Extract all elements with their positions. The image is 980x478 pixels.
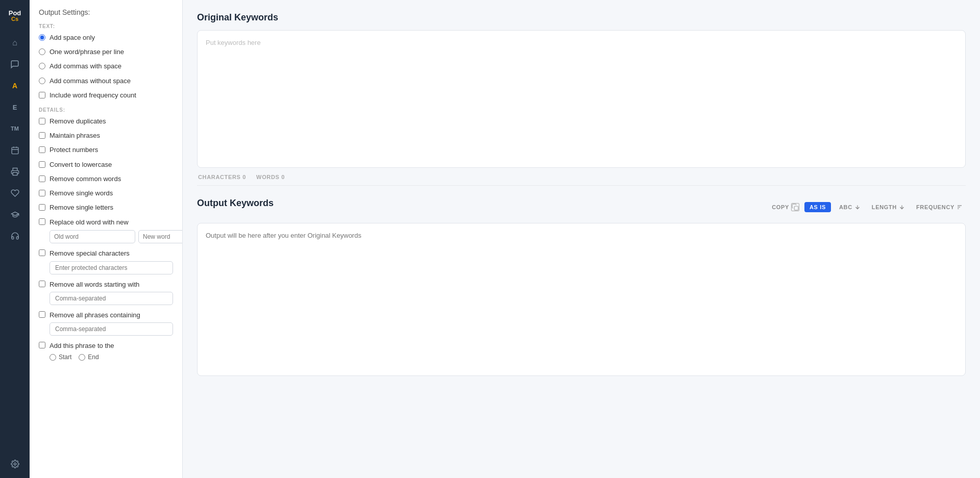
heart-icon[interactable]	[6, 184, 24, 202]
remove-containing-checkbox[interactable]	[39, 311, 45, 318]
original-keywords-section: Original Keywords CHARACTERS 0 WORDS 0	[197, 12, 966, 184]
remove-dup-option[interactable]: Remove duplicates	[39, 117, 173, 126]
tm-icon[interactable]: TM	[6, 119, 24, 138]
add-phrase-label: Add this phrase to the	[50, 342, 114, 349]
add-space-option[interactable]: Add space only	[39, 33, 173, 42]
length-button[interactable]: LENGTH	[869, 202, 908, 212]
remove-starting-label: Remove all words starting with	[50, 281, 139, 288]
remove-containing-label: Remove all phrases containing	[50, 311, 140, 319]
one-word-label: One word/phrase per line	[50, 47, 124, 57]
one-word-radio[interactable]	[39, 48, 45, 55]
home-icon[interactable]: ⌂	[6, 34, 24, 52]
add-phrase-checkbox[interactable]	[39, 342, 45, 348]
sidebar: Pod Cs ⌂ A E TM	[0, 0, 30, 478]
protect-numbers-label: Protect numbers	[50, 145, 98, 155]
output-header: Output Keywords COPY AS IS ABC	[197, 198, 966, 216]
frequency-option[interactable]: Include word frequency count	[39, 91, 173, 100]
add-space-radio[interactable]	[39, 34, 45, 41]
commas-space-option[interactable]: Add commas with space	[39, 62, 173, 71]
output-tools: COPY AS IS ABC LENGTH	[772, 202, 966, 212]
end-option[interactable]: End	[79, 354, 99, 361]
remove-starting-option: Remove all words starting with	[39, 280, 173, 305]
app-logo: Pod Cs	[4, 5, 26, 27]
replace-word-label: Replace old word with new	[50, 218, 129, 226]
end-radio[interactable]	[79, 354, 85, 361]
start-radio[interactable]	[50, 354, 56, 361]
calendar-icon[interactable]	[6, 141, 24, 159]
svg-rect-6	[794, 206, 798, 210]
remove-common-checkbox[interactable]	[39, 175, 45, 182]
protect-numbers-checkbox[interactable]	[39, 146, 45, 153]
chat-icon[interactable]	[6, 55, 24, 73]
remove-single-letters-checkbox[interactable]	[39, 204, 45, 211]
protect-numbers-option[interactable]: Protect numbers	[39, 145, 173, 155]
remove-starting-checkbox[interactable]	[39, 281, 45, 287]
copy-icon	[791, 203, 799, 211]
remove-single-words-option[interactable]: Remove single words	[39, 189, 173, 198]
remove-common-label: Remove common words	[50, 174, 121, 184]
lowercase-checkbox[interactable]	[39, 161, 45, 168]
output-keywords-section: Output Keywords COPY AS IS ABC	[197, 198, 966, 378]
frequency-checkbox[interactable]	[39, 92, 45, 98]
amazon-icon[interactable]: A	[6, 77, 24, 95]
remove-containing-input[interactable]	[50, 322, 173, 336]
end-label: End	[88, 354, 99, 361]
replace-inputs	[50, 230, 183, 243]
old-word-input[interactable]	[50, 230, 135, 243]
output-keywords-display[interactable]	[197, 223, 966, 376]
as-is-button[interactable]: AS IS	[804, 202, 831, 212]
graduate-icon[interactable]	[6, 205, 24, 223]
one-word-option[interactable]: One word/phrase per line	[39, 47, 173, 57]
copy-button[interactable]: COPY	[772, 203, 799, 211]
original-keywords-input[interactable]	[197, 30, 966, 168]
left-panel: Output Settings: TEXT: Add space only On…	[30, 0, 183, 478]
remove-dup-checkbox[interactable]	[39, 118, 45, 124]
remove-single-letters-option[interactable]: Remove single letters	[39, 203, 173, 212]
words-value: 0	[281, 174, 285, 180]
new-word-input[interactable]	[138, 230, 183, 243]
start-option[interactable]: Start	[50, 354, 71, 361]
settings-icon[interactable]	[6, 455, 24, 473]
abc-button[interactable]: ABC	[836, 202, 864, 212]
frequency-sort-button[interactable]: FREQUENCY	[913, 202, 966, 212]
start-end-row: Start End	[50, 354, 173, 361]
lowercase-label: Convert to lowercase	[50, 160, 112, 169]
protected-chars-input[interactable]	[50, 261, 173, 274]
text-section-label: TEXT:	[39, 23, 173, 29]
copy-label: COPY	[772, 204, 789, 210]
add-space-label: Add space only	[50, 33, 95, 42]
remove-common-option[interactable]: Remove common words	[39, 174, 173, 184]
original-keywords-heading: Original Keywords	[197, 12, 966, 23]
commas-no-space-radio[interactable]	[39, 78, 45, 84]
lowercase-option[interactable]: Convert to lowercase	[39, 160, 173, 169]
maintain-phrases-checkbox[interactable]	[39, 132, 45, 139]
commas-no-space-option[interactable]: Add commas without space	[39, 77, 173, 86]
remove-special-checkbox[interactable]	[39, 249, 45, 256]
maintain-phrases-option[interactable]: Maintain phrases	[39, 131, 173, 140]
remove-single-words-label: Remove single words	[50, 189, 113, 198]
headphone-icon[interactable]	[6, 227, 24, 245]
commas-space-label: Add commas with space	[50, 62, 121, 71]
replace-word-checkbox[interactable]	[39, 218, 45, 225]
replace-word-option: Replace old word with new	[39, 217, 173, 243]
words-label: WORDS 0	[256, 174, 285, 180]
etsy-icon[interactable]: E	[6, 98, 24, 116]
remove-single-words-checkbox[interactable]	[39, 190, 45, 196]
remove-dup-label: Remove duplicates	[50, 117, 106, 126]
commas-space-radio[interactable]	[39, 63, 45, 69]
svg-point-5	[14, 463, 16, 465]
frequency-label: Include word frequency count	[50, 91, 136, 100]
commas-no-space-label: Add commas without space	[50, 77, 131, 86]
output-keywords-heading: Output Keywords	[197, 198, 274, 209]
remove-starting-input[interactable]	[50, 292, 173, 305]
details-section-label: DETAILS:	[39, 107, 173, 113]
characters-label: CHARACTERS 0	[198, 174, 246, 180]
characters-value: 0	[242, 174, 246, 180]
svg-rect-4	[13, 172, 17, 175]
right-panel: Original Keywords CHARACTERS 0 WORDS 0 O…	[183, 0, 980, 478]
print-icon[interactable]	[6, 162, 24, 181]
maintain-phrases-label: Maintain phrases	[50, 131, 100, 140]
char-count-row: CHARACTERS 0 WORDS 0	[197, 170, 966, 184]
start-label: Start	[59, 354, 71, 361]
panel-title: Output Settings:	[39, 8, 173, 16]
